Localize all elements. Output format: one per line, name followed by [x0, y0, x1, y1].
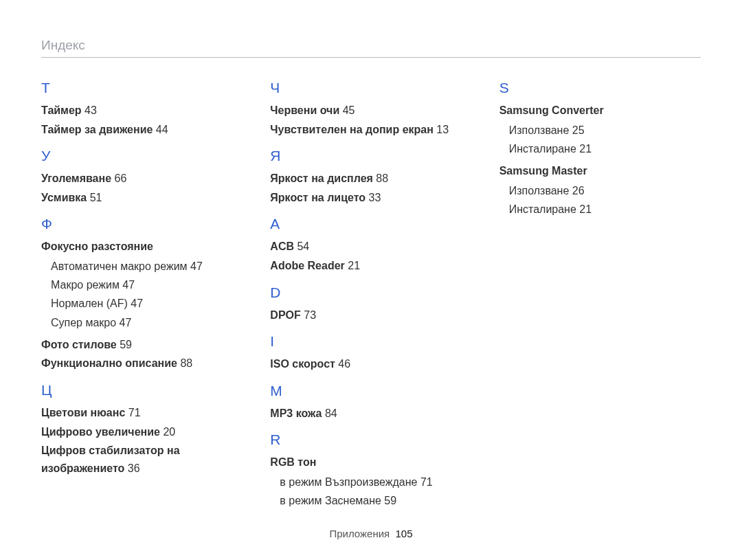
index-entry-page: 73 [304, 309, 316, 321]
index-sub-entry[interactable]: Използване 26 [509, 181, 701, 200]
index-entry[interactable]: Уголемяване 66 [41, 170, 243, 188]
index-entry-label: Цифров стабилизатор на изображението [41, 445, 180, 474]
index-sub-entry[interactable]: в режим Заснемане 59 [280, 491, 471, 510]
index-entry-page: 13 [436, 124, 449, 135]
index-entry-page: 66 [115, 172, 127, 184]
index-entry[interactable]: Усмивка 51 [41, 189, 243, 207]
index-letter-heading: M [270, 383, 471, 399]
index-sub-label: Автоматичен макро режим [51, 260, 188, 272]
index-letter-heading: S [499, 80, 701, 96]
index-sub-list: Използване 26Инсталиране 21 [509, 181, 701, 219]
index-sub-page: 25 [572, 124, 585, 136]
index-entry[interactable]: Яркост на дисплея 88 [270, 170, 471, 188]
index-entry[interactable]: Яркост на лицето 33 [270, 189, 471, 207]
index-entry-page: 45 [343, 104, 355, 116]
index-sub-label: Използване [509, 124, 570, 136]
index-entry-page: 20 [163, 426, 175, 438]
index-sub-page: 26 [572, 185, 585, 197]
index-letter-heading: Т [41, 80, 243, 96]
index-entry-page: 51 [90, 192, 102, 203]
index-entry-label: Червени очи [270, 104, 339, 116]
index-sub-entry[interactable]: в режим Възпроизвеждане 71 [280, 473, 471, 491]
page-title: Индекс [41, 38, 701, 53]
index-entry-page: 88 [180, 357, 192, 369]
index-entry[interactable]: ISO скорост 46 [270, 355, 471, 373]
index-entry-label: Таймер за движение [41, 124, 153, 135]
index-entry[interactable]: Цифров стабилизатор на изображението 36 [41, 442, 243, 477]
index-letter-heading: I [270, 333, 471, 350]
index-letter-heading: Ц [41, 382, 243, 399]
index-entry[interactable]: Adobe Reader 21 [270, 257, 471, 275]
index-entry[interactable]: RGB тон [270, 453, 471, 471]
index-entry-label: Adobe Reader [270, 260, 344, 271]
index-sub-entry[interactable]: Инсталиране 21 [509, 139, 701, 158]
index-sub-label: в режим Заснемане [280, 495, 381, 506]
index-columns: ТТаймер 43Таймер за движение 44УУголемяв… [41, 70, 701, 514]
index-sub-label: Инсталиране [509, 203, 576, 215]
index-entry-page: 46 [338, 358, 350, 370]
index-entry-label: Samsung Converter [499, 104, 604, 116]
index-letter-heading: Ф [41, 216, 243, 232]
index-sub-page: 71 [420, 476, 433, 488]
index-entry-page: 71 [128, 407, 141, 418]
index-letter-heading: D [270, 284, 471, 301]
index-entry[interactable]: Функционално описание 88 [41, 355, 243, 372]
index-sub-label: Супер макро [51, 317, 116, 328]
index-entry[interactable]: Фото стилове 59 [41, 336, 243, 354]
page-footer: Приложения 105 [0, 528, 742, 539]
index-sub-page: 47 [120, 317, 132, 328]
index-entry-page: 88 [376, 172, 388, 184]
index-entry[interactable]: Таймер 43 [41, 102, 243, 120]
index-entry[interactable]: Фокусно разстояние [41, 238, 243, 256]
index-entry-page: 21 [348, 260, 360, 271]
index-entry[interactable]: ACB 54 [270, 238, 471, 256]
index-entry[interactable]: DPOF 73 [270, 306, 471, 324]
index-sub-page: 47 [122, 279, 135, 291]
index-column: SSamsung ConverterИзползване 25Инсталира… [499, 70, 701, 514]
index-letter-heading: Ч [270, 80, 471, 96]
index-entry[interactable]: Чувствителен на допир екран 13 [270, 121, 471, 139]
index-sub-list: Използване 25Инсталиране 21 [509, 121, 701, 158]
index-entry[interactable]: Цифрово увеличение 20 [41, 423, 243, 441]
index-sub-entry[interactable]: Супер макро 47 [51, 313, 243, 332]
index-sub-label: Използване [509, 185, 570, 197]
index-entry-label: ACB [270, 240, 294, 252]
index-entry-label: Уголемяване [41, 172, 111, 184]
index-sub-entry[interactable]: Използване 25 [509, 121, 701, 139]
footer-page-number: 105 [396, 528, 413, 539]
index-entry-label: Цветови нюанс [41, 407, 125, 418]
index-entry[interactable]: Цветови нюанс 71 [41, 404, 243, 422]
index-column: ТТаймер 43Таймер за движение 44УУголемяв… [41, 70, 243, 514]
index-entry[interactable]: Samsung Master [499, 162, 701, 180]
index-sub-entry[interactable]: Нормален (AF) 47 [51, 294, 243, 313]
index-letter-heading: Я [270, 148, 471, 164]
index-sub-page: 47 [131, 298, 143, 309]
index-entry[interactable]: Samsung Converter [499, 102, 701, 120]
index-entry[interactable]: Червени очи 45 [270, 102, 471, 120]
index-entry-page: 59 [120, 339, 132, 350]
index-entry-page: 33 [369, 192, 381, 203]
index-entry-label: Цифрово увеличение [41, 426, 160, 438]
index-sub-entry[interactable]: Макро режим 47 [51, 276, 243, 294]
index-entry-label: RGB тон [270, 456, 316, 468]
index-entry-page: 36 [128, 462, 140, 474]
index-entry-label: Яркост на дисплея [270, 172, 373, 184]
index-sub-label: Макро режим [51, 279, 120, 291]
index-sub-entry[interactable]: Инсталиране 21 [509, 200, 701, 219]
index-sub-label: Инсталиране [509, 143, 576, 155]
index-sub-label: в режим Възпроизвеждане [280, 476, 417, 488]
index-entry[interactable]: MP3 кожа 84 [270, 405, 471, 423]
index-entry[interactable]: Таймер за движение 44 [41, 121, 243, 139]
index-sub-page: 21 [579, 203, 592, 215]
index-entry-label: DPOF [270, 309, 300, 321]
index-entry-label: Фокусно разстояние [41, 240, 153, 252]
index-entry-page: 44 [156, 124, 168, 135]
index-entry-label: Samsung Master [499, 165, 587, 177]
index-entry-page: 54 [297, 240, 309, 252]
index-entry-label: MP3 кожа [270, 407, 322, 419]
index-sub-entry[interactable]: Автоматичен макро режим 47 [51, 257, 243, 276]
divider [41, 57, 701, 58]
index-sub-page: 59 [384, 495, 396, 506]
index-letter-heading: A [270, 216, 471, 232]
index-column: ЧЧервени очи 45Чувствителен на допир екр… [270, 70, 471, 514]
